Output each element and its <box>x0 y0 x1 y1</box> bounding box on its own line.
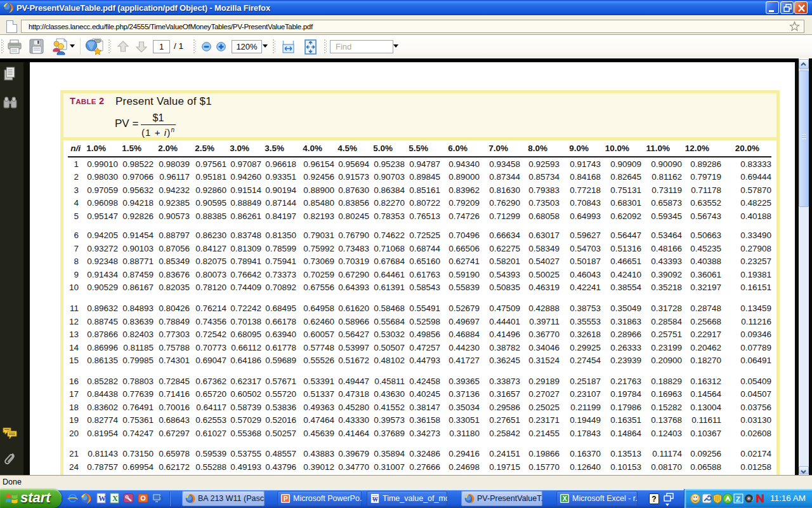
svg-text:P: P <box>284 495 288 502</box>
svg-text:X: X <box>563 495 567 502</box>
svg-text:W: W <box>98 494 106 503</box>
svg-text:X: X <box>112 494 118 503</box>
svg-text:W: W <box>372 497 379 503</box>
svg-text:Z: Z <box>736 494 740 502</box>
